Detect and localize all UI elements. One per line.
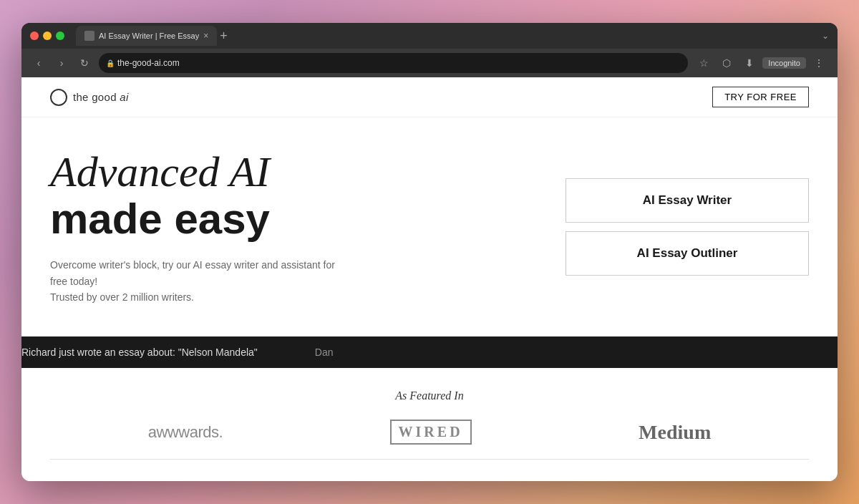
hero-title-line1: Advanced AI <box>50 148 537 195</box>
wired-logo: WIRED <box>390 420 472 445</box>
browser-window: AI Essay Writer | Free Essay × + ⌄ ‹ › ↻… <box>21 23 838 481</box>
site-nav: the good ai TRY FOR FREE <box>21 77 838 117</box>
hero-description: Overcome writer's block, try our AI essa… <box>50 257 351 305</box>
lock-icon: 🔒 <box>106 59 115 67</box>
ticker-bar: Richard just wrote an essay about: "Nels… <box>21 336 838 368</box>
logo-circle-icon <box>50 89 67 106</box>
logo-text: the good ai <box>73 91 129 103</box>
try-for-free-button[interactable]: TRY FOR FREE <box>712 87 809 107</box>
featured-title: As Featured In <box>50 389 809 402</box>
new-tab-button[interactable]: + <box>220 29 228 42</box>
tab-favicon <box>84 31 94 41</box>
incognito-badge: Incognito <box>762 57 806 69</box>
maximize-button[interactable] <box>56 32 64 40</box>
bookmark-icon[interactable]: ☆ <box>694 53 714 73</box>
browser-toolbar: ‹ › ↻ 🔒 ☆ ⬡ ⬇ Incognito ⋮ <box>21 49 838 77</box>
featured-logos: awwwards. WIRED Medium <box>50 420 809 445</box>
forward-button[interactable]: › <box>53 54 70 72</box>
hero-title-line2: made easy <box>50 195 537 243</box>
back-button[interactable]: ‹ <box>30 54 47 72</box>
browser-titlebar: AI Essay Writer | Free Essay × + ⌄ <box>21 23 838 49</box>
hero-left: Advanced AI made easy Overcome writer's … <box>50 148 537 305</box>
ai-essay-outliner-title: AI Essay Outliner <box>637 246 738 260</box>
featured-section: As Featured In awwwards. WIRED Medium <box>21 368 838 481</box>
expand-icon[interactable]: ⌄ <box>822 31 829 41</box>
ai-essay-writer-card[interactable]: AI Essay Writer <box>566 178 809 223</box>
address-input[interactable] <box>99 53 688 73</box>
ai-essay-writer-title: AI Essay Writer <box>643 193 732 207</box>
reload-button[interactable]: ↻ <box>76 54 93 72</box>
ai-essay-outliner-card[interactable]: AI Essay Outliner <box>566 231 809 276</box>
medium-logo: Medium <box>639 421 711 444</box>
active-tab[interactable]: AI Essay Writer | Free Essay × <box>76 26 217 46</box>
hero-description-line1: Overcome writer's block, try our AI essa… <box>50 259 335 286</box>
hero-description-line2: Trusted by over 2 million writers. <box>50 291 194 303</box>
hero-section: Advanced AI made easy Overcome writer's … <box>21 117 838 336</box>
featured-divider <box>50 459 809 460</box>
tab-title: AI Essay Writer | Free Essay <box>99 32 199 40</box>
close-button[interactable] <box>30 32 39 40</box>
minimize-button[interactable] <box>43 32 52 40</box>
toolbar-icons: ☆ ⬡ ⬇ Incognito ⋮ <box>694 53 829 73</box>
download-icon[interactable]: ⬇ <box>739 53 759 73</box>
website-content: the good ai TRY FOR FREE Advanced AI mad… <box>21 77 838 481</box>
awwwards-logo: awwwards. <box>148 423 223 442</box>
logo-ai-text: ai <box>120 91 128 103</box>
share-icon[interactable]: ⬡ <box>717 53 737 73</box>
address-bar-container: 🔒 <box>99 53 688 73</box>
menu-icon[interactable]: ⋮ <box>809 53 829 73</box>
hero-title: Advanced AI made easy <box>50 148 537 243</box>
ticker-message: Richard just wrote an essay about: "Nels… <box>21 346 258 358</box>
traffic-lights <box>30 32 64 40</box>
tab-close-button[interactable]: × <box>203 31 208 41</box>
ticker-next: Dan <box>315 346 334 358</box>
tab-bar: AI Essay Writer | Free Essay × + <box>76 26 810 46</box>
ticker-content: Richard just wrote an essay about: "Nels… <box>21 346 333 358</box>
site-logo: the good ai <box>50 89 129 106</box>
hero-right: AI Essay Writer AI Essay Outliner <box>566 178 809 276</box>
